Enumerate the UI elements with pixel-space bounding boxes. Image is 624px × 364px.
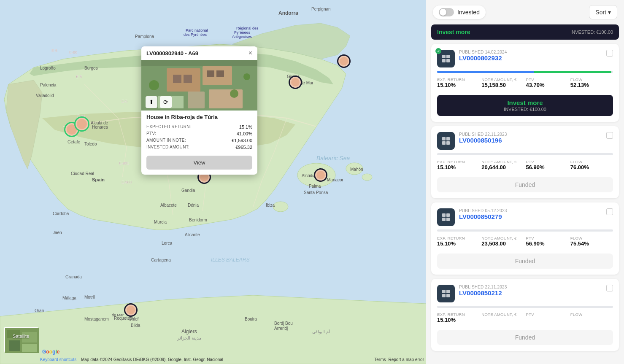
svg-rect-89 [442, 59, 446, 62]
invested-switch[interactable] [439, 8, 454, 16]
card-checkbox[interactable] [606, 50, 613, 57]
invest-more-top: Invest more [437, 29, 470, 35]
map-pin-pin-4[interactable] [74, 116, 88, 130]
card-header: ✓ PUBLISHED 14.02.2024 LV0000802932 [437, 50, 613, 67]
popup-icon-3d[interactable]: ⟳ [160, 96, 172, 108]
stat-label: EXP. RETURN [437, 236, 480, 240]
map-pin-pin-1[interactable] [289, 75, 302, 89]
sort-label: Sort [595, 9, 606, 16]
card-loan-id[interactable]: LV0000850196 [459, 137, 502, 144]
svg-text:Toledo: Toledo [84, 142, 97, 146]
google-logo: Google [42, 349, 59, 355]
svg-text:Oran: Oran [35, 308, 44, 313]
card-meta: PUBLISHED 22.11.2023 LV0000850196 [459, 132, 606, 144]
stat-cell: FLOW [570, 311, 613, 324]
svg-text:Benidorm: Benidorm [189, 218, 207, 222]
popup-stat-value: €1,593.00 [232, 138, 252, 143]
popup-close-button[interactable]: × [249, 50, 252, 57]
funded-button[interactable]: Funded [437, 253, 613, 269]
stat-label: EXP. RETURN [437, 312, 480, 317]
popup-stat-row: INVESTED AMOUNT:€965.32 [146, 144, 252, 151]
stat-value: 76.00% [570, 164, 613, 170]
card-checkbox[interactable] [606, 132, 613, 139]
map-pin-pin-7[interactable] [124, 303, 138, 317]
svg-text:E-5: E-5 [76, 75, 82, 79]
svg-text:E-901: E-901 [119, 161, 129, 165]
svg-text:Santa Ponsa: Santa Ponsa [304, 190, 328, 195]
sort-button[interactable]: Sort ▾ [589, 5, 617, 19]
stat-cell: EXP. RETURN 15.10% [437, 235, 480, 248]
cards-container: Invest more INVESTED: €100.00 ✓ PUBLISHE… [426, 24, 624, 351]
map-pin-pin-6[interactable] [314, 168, 327, 182]
svg-text:E-80: E-80 [69, 50, 77, 54]
svg-text:Bouira: Bouira [245, 317, 257, 321]
svg-rect-101 [442, 294, 446, 297]
svg-text:Parc national: Parc national [186, 28, 208, 32]
card-published: PUBLISHED 05.12.2023 [459, 208, 606, 213]
stat-cell: PTV 56.90% [526, 159, 569, 171]
stat-label: NOTE AMOUNT, € [481, 236, 524, 240]
svg-rect-86 [22, 344, 37, 352]
map-container[interactable]: Balearic Sea ILLES BALEARS Alboran Sea B… [0, 0, 426, 364]
satellite-label: Satellite [13, 334, 29, 339]
stat-value: 20,644.00 [481, 164, 524, 170]
funded-button[interactable]: Funded [437, 177, 613, 192]
map-pin-pin-2[interactable] [337, 54, 351, 68]
terms-link[interactable]: Terms [374, 357, 386, 362]
svg-rect-102 [446, 294, 450, 297]
popup-stat-row: PTV:41.00% [146, 130, 252, 137]
stats-grid: EXP. RETURN 15.10% NOTE AMOUNT, € 23,508… [437, 235, 613, 248]
svg-text:Alboran Sea: Alboran Sea [113, 316, 142, 322]
svg-point-6 [362, 174, 372, 181]
stat-cell: FLOW 52.13% [570, 76, 613, 89]
svg-text:Alcalá de: Alcalá de [91, 121, 108, 125]
svg-rect-92 [446, 137, 450, 140]
progress-bar [437, 71, 613, 73]
popup-stat-label: INVESTED AMOUNT: [146, 145, 189, 150]
svg-point-5 [346, 163, 363, 175]
card-icon [437, 208, 455, 226]
card-loan-id[interactable]: LV0000802932 [459, 54, 502, 62]
invested-toggle[interactable]: Invested [433, 5, 486, 19]
popup-stat-value: €965.32 [235, 145, 252, 150]
card-header: PUBLISHED 22.11.2023 LV0000850196 [437, 132, 613, 150]
popup-icon-download[interactable]: ⬆ [146, 96, 157, 108]
funded-button[interactable]: Funded [437, 330, 613, 345]
popup-view-button[interactable]: View [146, 156, 252, 170]
stat-cell: PTV [526, 311, 569, 324]
stat-label: FLOW [570, 312, 613, 317]
card-loan-id[interactable]: LV0000850279 [459, 213, 502, 220]
svg-text:Málaga: Málaga [62, 296, 76, 300]
card-loan-id[interactable]: LV0000850212 [459, 289, 502, 297]
property-card-card-4: PUBLISHED 22.11.2023 LV0000850212 EXP. R… [431, 279, 619, 351]
stat-value: 52.13% [570, 82, 613, 88]
property-card-card-3: PUBLISHED 05.12.2023 LV0000850279 EXP. R… [431, 202, 619, 275]
svg-text:Henares: Henares [92, 125, 108, 129]
svg-rect-72 [184, 75, 192, 83]
svg-text:Algiers: Algiers [181, 329, 197, 334]
popup-stat-label: AMOUNT IN NOTE: [146, 138, 186, 143]
invest-more-button[interactable]: Invest more INVESTED: €100.00 [437, 95, 613, 116]
svg-text:Gandia: Gandia [181, 188, 195, 193]
svg-text:Valladolid: Valladolid [36, 93, 54, 98]
card-checkbox[interactable] [606, 285, 613, 291]
satellite-thumbnail[interactable]: Satellite [4, 327, 38, 352]
stat-cell: NOTE AMOUNT, € 20,644.00 [481, 159, 524, 171]
popup-stat-value: 41.00% [237, 131, 252, 136]
stat-cell: FLOW 75.54% [570, 235, 613, 248]
report-error-link[interactable]: Report a map error [389, 357, 424, 362]
svg-rect-96 [446, 213, 450, 217]
keyboard-shortcuts[interactable]: Keyboard shortcuts [40, 357, 76, 362]
svg-rect-85 [9, 340, 20, 351]
svg-text:Bordj Bou: Bordj Bou [274, 321, 293, 326]
invested-label: Invested [457, 9, 480, 16]
svg-text:Cartagena: Cartagena [151, 258, 171, 262]
svg-rect-98 [446, 218, 450, 221]
sort-chevron-icon: ▾ [608, 9, 611, 16]
card-meta: PUBLISHED 22.11.2023 LV0000850212 [459, 285, 606, 297]
panel-header: Invested Sort ▾ [426, 0, 624, 24]
svg-rect-95 [442, 213, 446, 217]
card-checkbox[interactable] [606, 208, 613, 215]
popup-stat-row: EXPECTED RETURN:15.1% [146, 124, 252, 130]
popup-stat-row: AMOUNT IN NOTE:€1,593.00 [146, 137, 252, 144]
